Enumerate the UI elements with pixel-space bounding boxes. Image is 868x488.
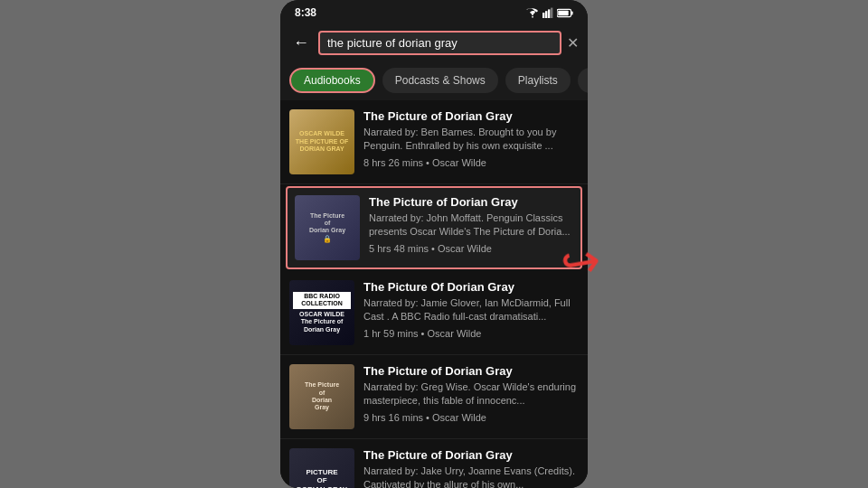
book-meta-3: 1 hr 59 mins • Oscar Wilde <box>363 328 579 339</box>
book-title-2: The Picture of Dorian Gray <box>369 195 573 209</box>
svg-rect-4 <box>551 8 552 18</box>
book-desc-1: Narrated by: Ben Barnes. Brought to you … <box>363 126 579 154</box>
book-info-4: The Picture of Dorian Gray Narrated by: … <box>363 364 579 423</box>
book-meta-2: 5 hrs 48 mins • Oscar Wilde <box>369 243 573 254</box>
cover-art-2: The PictureofDorian Gray🔒 <box>295 195 360 260</box>
book-desc-3: Narrated by: Jamie Glover, Ian McDiarmid… <box>363 296 579 324</box>
filter-playlists[interactable]: Playlists <box>505 68 571 93</box>
filter-row: Audiobooks Podcasts & Shows Playlists So… <box>280 61 588 100</box>
battery-icon <box>557 8 573 18</box>
result-item-4[interactable]: The PictureofDorianGray The Picture of D… <box>280 355 588 439</box>
book-desc-5: Narrated by: Jake Urry, Joanne Evans (Cr… <box>363 465 579 488</box>
svg-rect-7 <box>571 11 573 14</box>
filter-audiobooks[interactable]: Audiobooks <box>289 68 375 93</box>
book-title-1: The Picture of Dorian Gray <box>363 109 579 123</box>
svg-rect-1 <box>542 13 544 18</box>
wifi-icon <box>526 7 539 18</box>
book-info-3: The Picture Of Dorian Gray Narrated by: … <box>363 280 579 339</box>
cover-art-1: OSCAR WILDETHE PICTURE OFDORIAN GRAY <box>289 109 354 174</box>
book-meta-4: 9 hrs 16 mins • Oscar Wilde <box>363 412 579 423</box>
book-desc-2: Narrated by: John Moffatt. Penguin Class… <box>369 211 573 239</box>
search-input-wrapper[interactable]: the picture of dorian gray <box>318 31 561 55</box>
cover-art-3: BBC RADIO COLLECTION OSCAR WILDEThe Pict… <box>289 280 354 345</box>
book-info-5: The Picture of Dorian Gray Narrated by: … <box>363 448 579 488</box>
svg-point-0 <box>532 16 533 18</box>
results-list: OSCAR WILDETHE PICTURE OFDORIAN GRAY The… <box>280 100 588 488</box>
back-button[interactable]: ← <box>289 32 313 54</box>
book-title-5: The Picture of Dorian Gray <box>363 448 579 462</box>
book-info-2: The Picture of Dorian Gray Narrated by: … <box>369 195 573 254</box>
book-title-3: The Picture Of Dorian Gray <box>363 280 579 294</box>
status-icons <box>526 7 573 18</box>
cover-art-4: The PictureofDorianGray <box>289 364 354 429</box>
clear-button[interactable]: ✕ <box>567 34 579 52</box>
svg-rect-6 <box>558 10 568 15</box>
search-bar-row: ← the picture of dorian gray ✕ <box>280 25 588 61</box>
result-item-3[interactable]: BBC RADIO COLLECTION OSCAR WILDEThe Pict… <box>280 271 588 355</box>
result-item-1[interactable]: OSCAR WILDETHE PICTURE OFDORIAN GRAY The… <box>280 100 588 184</box>
svg-rect-2 <box>545 11 547 18</box>
result-item-2[interactable]: The PictureofDorian Gray🔒 The Picture of… <box>286 186 582 269</box>
svg-rect-3 <box>548 9 550 18</box>
status-bar: 8:38 <box>280 0 588 25</box>
filter-podcasts[interactable]: Podcasts & Shows <box>382 68 498 93</box>
cover-art-5: PICTUREOFDORIAN GRAY <box>289 448 354 488</box>
book-title-4: The Picture of Dorian Gray <box>363 364 579 378</box>
phone-screen: 8:38 ← the picture of <box>280 0 588 488</box>
signal-icon <box>542 7 553 18</box>
search-query-text: the picture of dorian gray <box>327 36 552 50</box>
status-time: 8:38 <box>295 6 316 19</box>
book-info-1: The Picture of Dorian Gray Narrated by: … <box>363 109 579 168</box>
filter-songs[interactable]: Songs <box>578 68 588 93</box>
book-meta-1: 8 hrs 26 mins • Oscar Wilde <box>363 157 579 168</box>
result-item-5[interactable]: PICTUREOFDORIAN GRAY The Picture of Dori… <box>280 439 588 488</box>
book-desc-4: Narrated by: Greg Wise. Oscar Wilde's en… <box>363 380 579 408</box>
